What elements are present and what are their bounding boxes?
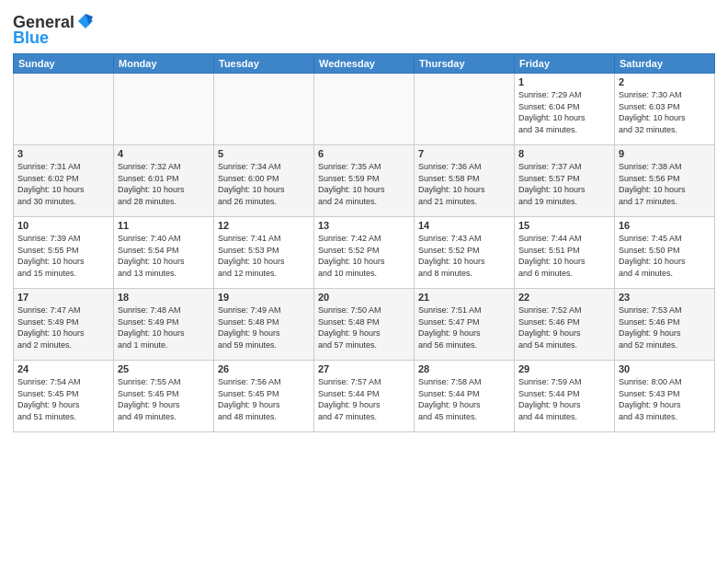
week-row-5: 24Sunrise: 7:54 AM Sunset: 5:45 PM Dayli… (14, 361, 715, 432)
weekday-monday: Monday (114, 54, 214, 74)
day-number: 6 (318, 148, 410, 159)
day-info: Sunrise: 7:36 AM Sunset: 5:58 PM Dayligh… (418, 161, 510, 207)
day-info: Sunrise: 8:00 AM Sunset: 5:43 PM Dayligh… (619, 376, 711, 422)
day-number: 7 (418, 148, 510, 159)
weekday-sunday: Sunday (14, 54, 114, 74)
day-number: 27 (318, 363, 410, 374)
day-number: 3 (17, 148, 109, 159)
day-info: Sunrise: 7:32 AM Sunset: 6:01 PM Dayligh… (118, 161, 210, 207)
day-number: 18 (118, 292, 210, 303)
day-cell-11: 11Sunrise: 7:40 AM Sunset: 5:54 PM Dayli… (114, 217, 214, 289)
day-cell-22: 22Sunrise: 7:52 AM Sunset: 5:46 PM Dayli… (515, 289, 615, 361)
day-info: Sunrise: 7:56 AM Sunset: 5:45 PM Dayligh… (218, 376, 310, 422)
day-cell-8: 8Sunrise: 7:37 AM Sunset: 5:57 PM Daylig… (515, 145, 615, 217)
day-cell-21: 21Sunrise: 7:51 AM Sunset: 5:47 PM Dayli… (415, 289, 515, 361)
week-row-2: 3Sunrise: 7:31 AM Sunset: 6:02 PM Daylig… (14, 145, 715, 217)
week-row-4: 17Sunrise: 7:47 AM Sunset: 5:49 PM Dayli… (14, 289, 715, 361)
day-info: Sunrise: 7:39 AM Sunset: 5:55 PM Dayligh… (17, 233, 109, 279)
day-number: 26 (218, 363, 310, 374)
day-number: 5 (218, 148, 310, 159)
day-cell-16: 16Sunrise: 7:45 AM Sunset: 5:50 PM Dayli… (615, 217, 715, 289)
day-info: Sunrise: 7:42 AM Sunset: 5:52 PM Dayligh… (318, 233, 410, 279)
day-info: Sunrise: 7:41 AM Sunset: 5:53 PM Dayligh… (218, 233, 310, 279)
day-info: Sunrise: 7:35 AM Sunset: 5:59 PM Dayligh… (318, 161, 410, 207)
day-number: 2 (619, 76, 711, 87)
day-cell-23: 23Sunrise: 7:53 AM Sunset: 5:46 PM Dayli… (615, 289, 715, 361)
day-info: Sunrise: 7:37 AM Sunset: 5:57 PM Dayligh… (518, 161, 610, 207)
weekday-wednesday: Wednesday (314, 54, 415, 74)
day-info: Sunrise: 7:52 AM Sunset: 5:46 PM Dayligh… (518, 304, 610, 350)
day-cell-1: 1Sunrise: 7:29 AM Sunset: 6:04 PM Daylig… (515, 74, 615, 145)
day-info: Sunrise: 7:48 AM Sunset: 5:49 PM Dayligh… (118, 304, 210, 350)
day-number: 10 (17, 220, 109, 231)
day-number: 21 (418, 292, 510, 303)
day-cell-12: 12Sunrise: 7:41 AM Sunset: 5:53 PM Dayli… (214, 217, 314, 289)
day-info: Sunrise: 7:40 AM Sunset: 5:54 PM Dayligh… (118, 233, 210, 279)
day-cell-10: 10Sunrise: 7:39 AM Sunset: 5:55 PM Dayli… (14, 217, 114, 289)
day-cell-17: 17Sunrise: 7:47 AM Sunset: 5:49 PM Dayli… (14, 289, 114, 361)
day-cell-9: 9Sunrise: 7:38 AM Sunset: 5:56 PM Daylig… (615, 145, 715, 217)
day-cell-25: 25Sunrise: 7:55 AM Sunset: 5:45 PM Dayli… (114, 361, 214, 432)
weekday-thursday: Thursday (415, 54, 515, 74)
day-info: Sunrise: 7:34 AM Sunset: 6:00 PM Dayligh… (218, 161, 310, 207)
day-number: 30 (619, 363, 711, 374)
calendar-table: SundayMondayTuesdayWednesdayThursdayFrid… (13, 53, 715, 432)
empty-cell (214, 74, 314, 145)
day-info: Sunrise: 7:57 AM Sunset: 5:44 PM Dayligh… (318, 376, 410, 422)
day-number: 28 (418, 363, 510, 374)
day-info: Sunrise: 7:54 AM Sunset: 5:45 PM Dayligh… (17, 376, 109, 422)
day-cell-3: 3Sunrise: 7:31 AM Sunset: 6:02 PM Daylig… (14, 145, 114, 217)
logo-icon (76, 12, 95, 30)
weekday-friday: Friday (515, 54, 615, 74)
day-number: 14 (418, 220, 510, 231)
day-cell-20: 20Sunrise: 7:50 AM Sunset: 5:48 PM Dayli… (314, 289, 415, 361)
weekday-header-row: SundayMondayTuesdayWednesdayThursdayFrid… (14, 54, 715, 74)
day-info: Sunrise: 7:53 AM Sunset: 5:46 PM Dayligh… (619, 304, 711, 350)
day-cell-28: 28Sunrise: 7:58 AM Sunset: 5:44 PM Dayli… (415, 361, 515, 432)
week-row-3: 10Sunrise: 7:39 AM Sunset: 5:55 PM Dayli… (14, 217, 715, 289)
day-cell-18: 18Sunrise: 7:48 AM Sunset: 5:49 PM Dayli… (114, 289, 214, 361)
day-info: Sunrise: 7:58 AM Sunset: 5:44 PM Dayligh… (418, 376, 510, 422)
empty-cell (314, 74, 415, 145)
empty-cell (415, 74, 515, 145)
day-number: 9 (619, 148, 711, 159)
day-cell-6: 6Sunrise: 7:35 AM Sunset: 5:59 PM Daylig… (314, 145, 415, 217)
day-number: 15 (518, 220, 610, 231)
day-number: 19 (218, 292, 310, 303)
day-number: 13 (318, 220, 410, 231)
day-info: Sunrise: 7:47 AM Sunset: 5:49 PM Dayligh… (17, 304, 109, 350)
day-info: Sunrise: 7:55 AM Sunset: 5:45 PM Dayligh… (118, 376, 210, 422)
day-cell-27: 27Sunrise: 7:57 AM Sunset: 5:44 PM Dayli… (314, 361, 415, 432)
day-number: 12 (218, 220, 310, 231)
day-number: 8 (518, 148, 610, 159)
day-number: 11 (118, 220, 210, 231)
day-cell-13: 13Sunrise: 7:42 AM Sunset: 5:52 PM Dayli… (314, 217, 415, 289)
day-info: Sunrise: 7:38 AM Sunset: 5:56 PM Dayligh… (619, 161, 711, 207)
header: General Blue (13, 9, 715, 48)
empty-cell (114, 74, 214, 145)
day-cell-24: 24Sunrise: 7:54 AM Sunset: 5:45 PM Dayli… (14, 361, 114, 432)
day-cell-29: 29Sunrise: 7:59 AM Sunset: 5:44 PM Dayli… (515, 361, 615, 432)
empty-cell (14, 74, 114, 145)
day-cell-7: 7Sunrise: 7:36 AM Sunset: 5:58 PM Daylig… (415, 145, 515, 217)
day-number: 22 (518, 292, 610, 303)
day-number: 29 (518, 363, 610, 374)
day-info: Sunrise: 7:49 AM Sunset: 5:48 PM Dayligh… (218, 304, 310, 350)
day-cell-19: 19Sunrise: 7:49 AM Sunset: 5:48 PM Dayli… (214, 289, 314, 361)
day-number: 20 (318, 292, 410, 303)
day-number: 23 (619, 292, 711, 303)
day-cell-30: 30Sunrise: 8:00 AM Sunset: 5:43 PM Dayli… (615, 361, 715, 432)
weekday-saturday: Saturday (615, 54, 715, 74)
week-row-1: 1Sunrise: 7:29 AM Sunset: 6:04 PM Daylig… (14, 74, 715, 145)
day-cell-4: 4Sunrise: 7:32 AM Sunset: 6:01 PM Daylig… (114, 145, 214, 217)
day-number: 4 (118, 148, 210, 159)
day-cell-5: 5Sunrise: 7:34 AM Sunset: 6:00 PM Daylig… (214, 145, 314, 217)
day-info: Sunrise: 7:45 AM Sunset: 5:50 PM Dayligh… (619, 233, 711, 279)
day-info: Sunrise: 7:51 AM Sunset: 5:47 PM Dayligh… (418, 304, 510, 350)
day-info: Sunrise: 7:50 AM Sunset: 5:48 PM Dayligh… (318, 304, 410, 350)
day-info: Sunrise: 7:30 AM Sunset: 6:03 PM Dayligh… (619, 89, 711, 135)
day-cell-26: 26Sunrise: 7:56 AM Sunset: 5:45 PM Dayli… (214, 361, 314, 432)
day-cell-15: 15Sunrise: 7:44 AM Sunset: 5:51 PM Dayli… (515, 217, 615, 289)
day-info: Sunrise: 7:59 AM Sunset: 5:44 PM Dayligh… (518, 376, 610, 422)
logo: General Blue (13, 13, 95, 48)
